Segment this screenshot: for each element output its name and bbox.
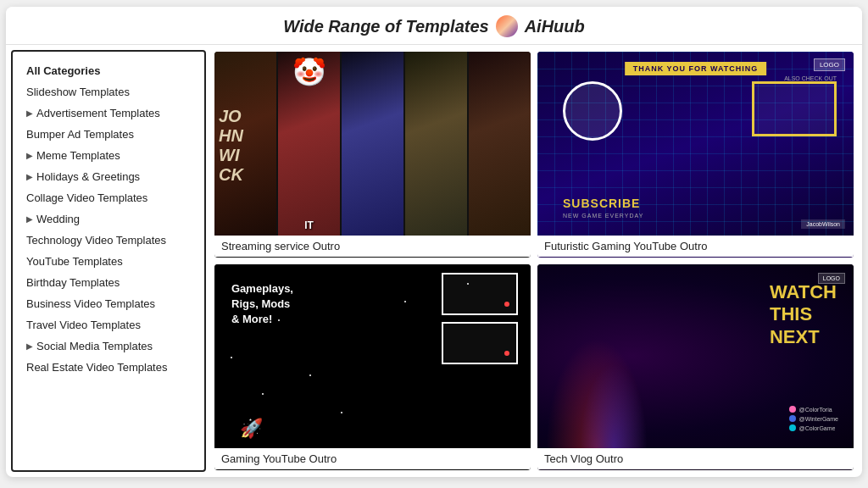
card-label: Streaming service Outro — [214, 236, 531, 257]
social-dot-pink — [789, 406, 796, 413]
arrow-icon: ▶ — [26, 151, 33, 160]
sidebar-item-technology[interactable]: Technology Video Templates — [13, 230, 204, 251]
sidebar-item-label: Slideshow Templates — [26, 86, 130, 98]
arrow-icon: ▶ — [26, 108, 33, 118]
card-streaming-outro[interactable]: JOHNWICK 🤡 IT Streaming service Outro — [214, 52, 531, 258]
gaming-rect-dot — [504, 351, 509, 356]
watch-next-line1: WATCH — [770, 281, 837, 302]
brand-name: AiHuub — [525, 17, 585, 36]
sidebar-item-all-categories[interactable]: All Categories — [13, 60, 204, 81]
watch-next-line2: THIS — [770, 303, 812, 324]
sidebar-item-social-media[interactable]: ▶ Social Media Templates — [13, 336, 204, 357]
sidebar-item-label: Collage Video Templates — [26, 191, 147, 204]
sidebar-item-label: Birthday Templates — [26, 276, 120, 289]
film-strip-1: JOHNWICK — [214, 52, 276, 236]
arrow-icon: ▶ — [26, 172, 33, 181]
card-tech-vlog-outro[interactable]: LOGO WATCH THIS NEXT @ColorToria @ — [537, 264, 854, 470]
watch-next-line3: NEXT — [770, 326, 820, 347]
sidebar-item-label: Business Video Templates — [26, 297, 155, 310]
page-title: Wide Range of Templates AiHuub — [283, 15, 585, 37]
card-gaming-youtube-outro[interactable]: Gameplays, Rigs, Mods & More! 🚀 G — [214, 264, 531, 470]
arrow-icon: ▶ — [26, 341, 33, 351]
sidebar-item-collage[interactable]: Collage Video Templates — [13, 187, 204, 208]
social-text-3: @ColorGame — [799, 425, 836, 431]
social-links: @ColorToria @WinterGame @ColorGame — [789, 406, 838, 431]
sidebar-item-youtube[interactable]: YouTube Templates — [13, 251, 204, 272]
sidebar-item-advertisement[interactable]: ▶ Advertisement Templates — [13, 103, 204, 124]
card-label: Futuristic Gaming YouTube Outro — [537, 236, 854, 257]
sidebar-item-label: Real Estate Video Templates — [26, 361, 167, 374]
social-link-3: @ColorGame — [789, 424, 838, 431]
sidebar-item-travel[interactable]: Travel Video Templates — [13, 314, 204, 336]
sidebar-item-label: Meme Templates — [36, 149, 120, 162]
template-grid: JOHNWICK 🤡 IT Streaming service Outro TH — [206, 45, 862, 477]
username-bar: JacobWilson — [801, 219, 845, 229]
sidebar-item-slideshow[interactable]: Slideshow Templates — [13, 81, 204, 103]
also-check-out-text: ALSO CHECK OUT — [784, 75, 837, 81]
card-label: Gaming YouTube Outro — [214, 448, 531, 469]
circle-placeholder — [563, 81, 622, 141]
film-strip-5 — [469, 52, 531, 236]
logo-placeholder: LOGO — [814, 58, 845, 71]
film-strip-3 — [342, 52, 403, 236]
gaming-rects — [442, 273, 518, 364]
card-visual: Gameplays, Rigs, Mods & More! 🚀 — [214, 264, 531, 448]
page-wrapper: Wide Range of Templates AiHuub All Categ… — [6, 7, 862, 477]
film-strip-4 — [405, 52, 467, 236]
arrow-icon: ▶ — [26, 214, 33, 224]
sidebar-item-label: Wedding — [36, 213, 80, 225]
subscribe-subtext: NEW GAME EVERYDAY — [563, 213, 643, 219]
title-text: Wide Range of Templates — [283, 17, 488, 36]
sidebar-item-holidays[interactable]: ▶ Holidays & Greetings — [13, 166, 204, 187]
sidebar-item-label: Holidays & Greetings — [36, 170, 140, 183]
social-dot-cyan — [789, 424, 796, 431]
gaming-rect-1 — [442, 273, 518, 315]
sidebar-item-label: Advertisement Templates — [36, 107, 160, 119]
gaming-rect-dot — [504, 302, 509, 307]
sidebar-item-label: Bumper Ad Templates — [26, 128, 134, 141]
gaming-text-line2: Rigs, Mods — [231, 297, 290, 310]
gaming-text-line3: & More! — [231, 313, 272, 325]
sidebar-item-real-estate[interactable]: Real Estate Video Templates — [13, 357, 204, 378]
sidebar-item-label: Technology Video Templates — [26, 234, 166, 247]
card-visual: LOGO WATCH THIS NEXT @ColorToria @ — [537, 264, 854, 448]
sidebar-item-wedding[interactable]: ▶ Wedding — [13, 208, 204, 230]
sidebar-item-birthday[interactable]: Birthday Templates — [13, 272, 204, 293]
gaming-rect-2 — [442, 322, 518, 364]
card-visual: JOHNWICK 🤡 IT — [214, 52, 531, 236]
social-dot-blue — [789, 415, 796, 422]
sidebar-item-label: All Categories — [26, 64, 100, 77]
spaceship-icon: 🚀 — [240, 418, 263, 440]
sidebar-item-label: Travel Video Templates — [26, 319, 141, 331]
strip-overlay-text: JOHNWICK — [219, 107, 243, 185]
social-text-2: @WinterGame — [799, 416, 838, 422]
sidebar-item-label: YouTube Templates — [26, 255, 123, 268]
sidebar-item-business[interactable]: Business Video Templates — [13, 293, 204, 314]
social-link-1: @ColorToria — [789, 406, 838, 413]
aihuub-logo-icon — [496, 15, 518, 37]
sidebar-item-meme[interactable]: ▶ Meme Templates — [13, 145, 204, 166]
card-futuristic-gaming-outro[interactable]: THANK YOU FOR WATCHING LOGO ALSO CHECK O… — [537, 52, 854, 258]
gaming-text-line1: Gameplays, — [231, 282, 293, 295]
film-strip-2: 🤡 IT — [278, 52, 340, 236]
strip-label-it: IT — [304, 219, 314, 231]
sidebar: All Categories Slideshow Templates ▶ Adv… — [11, 50, 206, 472]
card-label: Tech Vlog Outro — [537, 448, 854, 469]
sidebar-item-label: Social Media Templates — [36, 340, 153, 352]
sidebar-item-bumper-ad[interactable]: Bumper Ad Templates — [13, 124, 204, 145]
gaming-text-block: Gameplays, Rigs, Mods & More! — [231, 281, 293, 328]
watch-next-text: WATCH THIS NEXT — [770, 281, 837, 348]
social-link-2: @WinterGame — [789, 415, 838, 422]
content-area: All Categories Slideshow Templates ▶ Adv… — [6, 45, 862, 477]
thank-you-banner: THANK YOU FOR WATCHING — [625, 62, 767, 75]
social-text-1: @ColorToria — [799, 407, 832, 413]
card-visual: THANK YOU FOR WATCHING LOGO ALSO CHECK O… — [537, 52, 854, 236]
rect-placeholder — [752, 81, 837, 136]
subscribe-text: SUBSCRIBE — [563, 197, 640, 210]
light-beam-blue — [580, 363, 648, 448]
page-header: Wide Range of Templates AiHuub — [6, 7, 862, 45]
